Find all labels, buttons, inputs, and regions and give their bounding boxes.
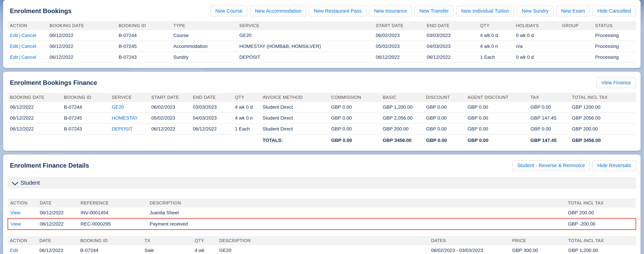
col-booking-id: BOOKING ID [62, 93, 109, 102]
new-exam-button[interactable]: New Exam [556, 6, 590, 16]
totals-tax: GBP 147.45 [528, 134, 570, 146]
lines-header-row: ACTION DATE BOOKING ID TX QTY DESCRIPTIO… [8, 236, 636, 245]
cancel-link[interactable]: Cancel [22, 33, 36, 38]
action-cell: Edit|Cancel [8, 41, 47, 52]
tax-cell: GBP 0.00 [528, 124, 570, 134]
commission-cell: GBP 0.00 [329, 102, 380, 112]
col-qty: QTY [232, 93, 260, 102]
new-insurance-button[interactable]: New Insurance [369, 6, 412, 16]
action-cell: View [8, 218, 37, 230]
hide-reversals-button[interactable]: Hide Reversals [592, 160, 636, 171]
invoice-method-cell: Student Direct [260, 112, 329, 124]
enrolment-bookings-header: Enrolment Bookings New Course New Accomm… [3, 5, 640, 21]
qty-cell: 4 wk 0 d [232, 102, 260, 112]
cancel-link[interactable]: Cancel [22, 54, 36, 60]
student-reverse-reinvoice-button[interactable]: Student - Reverse & ReInvoice [512, 160, 590, 171]
action-cell: Edit|Cancel [8, 30, 47, 41]
finance-table: BOOKING DATE BOOKING ID SERVICE START DA… [8, 93, 636, 146]
service-link[interactable]: GE20 [112, 104, 124, 110]
tax-cell: GBP 147.45 [528, 112, 570, 124]
page-title: Enrolment Bookings [10, 8, 72, 15]
cancel-link[interactable]: Cancel [22, 44, 36, 49]
agent-discount-cell: GBP 0.00 [465, 124, 528, 134]
student-group-label: Student [20, 180, 40, 186]
action-cell: View [8, 208, 37, 218]
col-holidays: HOLIDAYS [514, 21, 559, 30]
col-start-date: START DATE [374, 21, 424, 30]
new-course-button[interactable]: New Course [210, 6, 248, 16]
finance-title: Enrolment Bookings Finance [10, 79, 97, 86]
table-row: Edit 06/12/2022 B-07244 Sale 4 wk GE20 0… [8, 245, 636, 254]
total-incl-tax-cell: GBP 200.00 [566, 208, 636, 218]
col-dates: DATES [429, 236, 510, 245]
col-tx: TX [142, 236, 192, 245]
edit-link[interactable]: Edit [10, 248, 18, 253]
table-row: 06/12/2022 B-07244 GE20 06/02/2023 03/03… [8, 102, 636, 112]
reference-cell: REC-0000295 [78, 218, 147, 230]
booking-date-cell: 06/12/2022 [8, 102, 62, 112]
view-finance-button[interactable]: View Finance [596, 78, 636, 88]
col-agent-discount: AGENT DISCOUNT [465, 93, 528, 102]
basic-cell: GBP 200.00 [380, 124, 424, 134]
hide-cancelled-button[interactable]: Hide Cancelled [592, 6, 636, 16]
col-booking-date: BOOKING DATE [47, 21, 116, 30]
details-title: Enrolment Finance Details [10, 162, 89, 169]
edit-link[interactable]: Edit [10, 33, 18, 38]
view-link[interactable]: View [10, 221, 21, 226]
qty-cell: 4 wk 0 n [478, 41, 514, 52]
finance-header: Enrolment Bookings Finance View Finance [3, 76, 640, 93]
edit-link[interactable]: Edit [10, 44, 18, 49]
new-accommodation-button[interactable]: New Accommodation [250, 6, 306, 16]
reference-cell: INV-0001454 [78, 208, 147, 218]
table-row: 06/12/2022 B-07245 HOMESTAY 05/02/2023 0… [8, 112, 636, 124]
total-incl-tax-cell: GBP 1,200.00 [566, 245, 636, 254]
tx-cell: Sale [142, 245, 192, 254]
col-price: PRICE [510, 236, 566, 245]
chevron-down-icon [12, 179, 18, 185]
booking-date-cell: 06/12/2022 [47, 52, 116, 63]
booking-date-cell: 06/12/2022 [47, 30, 116, 41]
view-link[interactable]: View [10, 210, 20, 215]
student-group-toggle[interactable]: Student [8, 177, 636, 188]
start-date-cell: 05/02/2023 [374, 41, 424, 52]
enrolment-bookings-card: Enrolment Bookings New Course New Accomm… [3, 0, 640, 68]
service-cell: GE20 [237, 30, 374, 41]
new-sundry-button[interactable]: New Sundry [517, 6, 554, 16]
start-date-cell: 06/02/2023 [149, 102, 190, 112]
col-service: SERVICE [110, 93, 149, 102]
end-date-cell: 03/03/2023 [424, 30, 478, 41]
qty-cell: 1 Each [478, 52, 514, 63]
total-incl-tax-cell: GBP 2056.00 [570, 112, 636, 124]
holidays-cell: n/a [514, 41, 559, 52]
enrolment-bookings-finance-card: Enrolment Bookings Finance View Finance … [3, 72, 640, 151]
table-row: Edit|Cancel 06/12/2022 B-07243 Sundry DE… [8, 52, 636, 63]
finance-totals-row: TOTALS: GBP 0.00 GBP 3456.00 GBP 0.00 GB… [8, 134, 636, 146]
new-transfer-button[interactable]: New Transfer [414, 6, 454, 16]
invoices-header-row: ACTION DATE REFERENCE DESCRIPTION TOTAL … [8, 198, 636, 208]
group-cell [560, 30, 593, 41]
edit-link[interactable]: Edit [10, 54, 18, 60]
col-qty: QTY [192, 236, 217, 245]
dates-cell: 06/02/2023 - 03/03/2023 [429, 245, 510, 254]
commission-cell: GBP 0.00 [329, 112, 380, 124]
col-group: GROUP [560, 21, 593, 30]
table-row: Edit|Cancel 06/12/2022 B-07245 Accommoda… [8, 41, 636, 52]
start-date-cell: 06/02/2023 [374, 30, 424, 41]
end-date-cell: 03/03/2023 [190, 102, 232, 112]
action-cell: Edit [8, 245, 37, 254]
booking-id-cell: B-07244 [62, 102, 109, 112]
invoices-table: ACTION DATE REFERENCE DESCRIPTION TOTAL … [8, 198, 636, 230]
col-action: ACTION [8, 236, 37, 245]
service-link[interactable]: DEPOSIT [112, 126, 133, 132]
new-restaurant-pass-button[interactable]: New Restaurant Pass [309, 6, 366, 16]
service-link[interactable]: HOMESTAY [112, 115, 138, 120]
col-end-date: END DATE [424, 21, 478, 30]
new-individual-tuition-button[interactable]: New Individual Tuition [456, 6, 514, 16]
totals-discount: GBP 0.00 [424, 134, 465, 146]
col-date: DATE [37, 198, 78, 208]
spacer [8, 230, 636, 236]
qty-cell: 4 wk 0 d [478, 30, 514, 41]
col-type: TYPE [171, 21, 237, 30]
total-incl-tax-cell: GBP 200.00 [570, 124, 636, 134]
table-row: Edit|Cancel 06/12/2022 B-07244 Course GE… [8, 30, 636, 41]
